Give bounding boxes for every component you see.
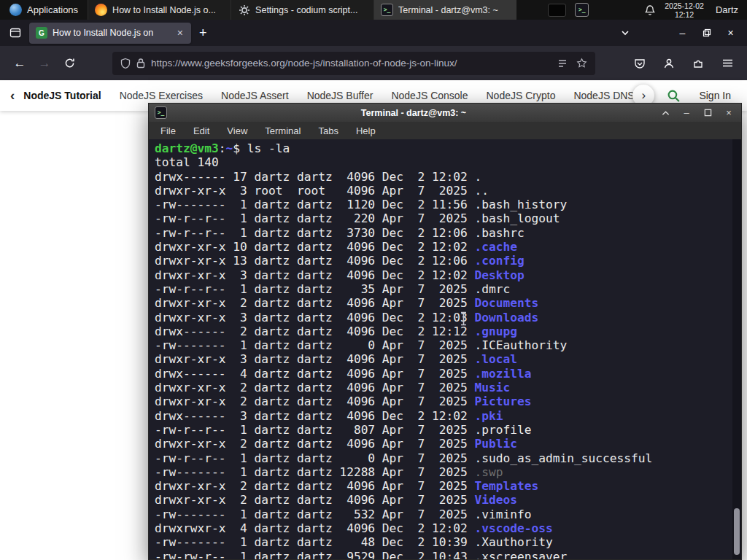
terminal-line: drwx------ 2 dartz dartz 4096 Dec 2 12:1…	[155, 324, 729, 338]
taskbar-item-terminal[interactable]: >_ Terminal - dartz@vm3: ~	[374, 0, 516, 20]
terminal-line: -rw-r--r-- 1 dartz dartz 220 Apr 7 2025 …	[155, 211, 729, 225]
nav-item[interactable]: NodeJS Assert	[221, 90, 289, 101]
notification-bell-icon[interactable]	[644, 4, 656, 16]
file-name: .config	[475, 254, 525, 268]
file-name: .vscode-oss	[475, 521, 553, 535]
url-text[interactable]: https://www.geeksforgeeks.org/node-js/in…	[151, 58, 551, 69]
tab-title: How to Install Node.js on	[53, 28, 171, 38]
terminal-prompt-line: dartz@vm3:~$ ls -la	[155, 141, 729, 155]
file-name: .swp	[475, 465, 503, 479]
file-name: .viminfo	[475, 508, 532, 521]
menu-tabs[interactable]: Tabs	[318, 125, 338, 136]
address-bar[interactable]: https://www.geeksforgeeks.org/node-js/in…	[112, 52, 595, 75]
file-name: .bashrc	[475, 226, 525, 240]
file-meta: drwxr-xr-x 3 dartz dartz 4096 Dec 2 12:0…	[155, 268, 475, 282]
tracking-shield-icon[interactable]	[120, 58, 131, 69]
terminal-line: -rw-r--r-- 1 dartz dartz 35 Apr 7 2025 .…	[155, 282, 729, 296]
terminal-line: drwxr-xr-x 10 dartz dartz 4096 Dec 2 12:…	[155, 240, 729, 254]
session-user-label[interactable]: Dartz	[713, 4, 741, 15]
reload-icon[interactable]	[57, 52, 82, 75]
nav-item[interactable]: NodeJS Console	[391, 90, 468, 101]
menu-help[interactable]: Help	[356, 125, 376, 136]
reader-mode-icon[interactable]	[557, 58, 568, 69]
terminal-shade-icon[interactable]	[660, 107, 670, 119]
nav-item[interactable]: NodeJS Crypto	[487, 90, 556, 101]
file-meta: drwxr-xr-x 2 dartz dartz 4096 Apr 7 2025	[155, 381, 475, 394]
file-meta: -rw------- 1 dartz dartz 532 Apr 7 2025	[155, 508, 475, 521]
file-name: Templates	[475, 479, 539, 493]
file-meta: -rw-r--r-- 1 dartz dartz 35 Apr 7 2025	[155, 282, 475, 296]
menu-hamburger-icon[interactable]	[715, 52, 740, 75]
prompt-user-host: dartz@vm3	[155, 141, 219, 155]
menu-file[interactable]: File	[160, 125, 176, 136]
scrollbar-thumb[interactable]	[734, 508, 740, 555]
new-tab-button[interactable]: +	[191, 26, 215, 41]
forward-icon[interactable]: →	[32, 52, 57, 75]
tab-close-icon[interactable]: ×	[176, 27, 185, 39]
file-meta: -rw------- 1 dartz dartz 1120 Dec 2 11:5…	[155, 198, 475, 211]
window-close-button[interactable]: ×	[719, 23, 743, 43]
file-name: .Xauthority	[475, 535, 553, 549]
file-name: .bash_logout	[475, 211, 560, 225]
terminal-tray-icon[interactable]: >_	[575, 3, 589, 17]
list-tabs-chevron-icon[interactable]	[615, 23, 635, 42]
file-meta: -rw-r--r-- 1 dartz dartz 807 Apr 7 2025	[155, 423, 475, 437]
prompt-colon: :	[219, 141, 226, 155]
terminal-close-button[interactable]: ×	[724, 107, 734, 119]
terminal-line: drwxr-xr-x 2 dartz dartz 4096 Apr 7 2025…	[155, 394, 729, 408]
sign-in-button[interactable]: Sign In	[693, 87, 737, 104]
taskbar-item-browser[interactable]: How to Install Node.js o...	[88, 0, 231, 20]
clock-date: 2025-12-02	[665, 1, 704, 10]
terminal-window-controls: – ×	[660, 107, 735, 119]
back-icon[interactable]: ←	[7, 52, 32, 75]
file-meta: drwxrwxr-x 4 dartz dartz 4096 Dec 2 12:0…	[155, 521, 475, 535]
terminal-maximize-button[interactable]	[703, 107, 713, 119]
terminal-line: drwxrwxr-x 4 dartz dartz 4096 Dec 2 12:0…	[155, 521, 729, 535]
nav-item[interactable]: NodeJS Exercises	[120, 90, 203, 101]
menu-view[interactable]: View	[227, 125, 247, 136]
lock-icon[interactable]	[136, 58, 145, 69]
terminal-line: drwxr-xr-x 13 dartz dartz 4096 Dec 2 12:…	[155, 254, 729, 268]
pocket-icon[interactable]	[627, 52, 652, 75]
firefox-view-icon[interactable]	[4, 23, 26, 43]
menu-edit[interactable]: Edit	[193, 125, 209, 136]
terminal-command: ls -la	[247, 141, 290, 155]
system-panel: Applications How to Install Node.js o...…	[0, 0, 747, 20]
file-name: .sudo_as_admin_successful	[475, 451, 653, 465]
search-icon[interactable]	[667, 89, 681, 103]
file-meta: -rw-r--r-- 1 dartz dartz 3730 Dec 2 12:0…	[155, 226, 475, 240]
clock[interactable]: 2025-12-02 12:12	[665, 1, 704, 19]
terminal-line: -rw------- 1 dartz dartz 48 Dec 2 10:39 …	[155, 535, 729, 549]
browser-tab-active[interactable]: G How to Install Node.js on ×	[29, 23, 191, 44]
site-nav-items: NodeJS TutorialNodeJS ExercisesNodeJS As…	[23, 90, 649, 101]
firefox-icon	[95, 4, 107, 16]
account-icon[interactable]	[657, 52, 681, 75]
bookmark-star-icon[interactable]	[576, 58, 587, 69]
terminal-line: -rw------- 1 dartz dartz 532 Apr 7 2025 …	[155, 508, 729, 521]
nav-item[interactable]: NodeJS Tutorial	[23, 90, 101, 101]
terminal-titlebar[interactable]: >_ Terminal - dartz@vm3: ~ – ×	[149, 104, 741, 122]
terminal-line: drwxr-xr-x 2 dartz dartz 4096 Apr 7 2025…	[155, 493, 729, 507]
terminal-minimize-button[interactable]: –	[681, 107, 692, 119]
applications-menu-button[interactable]: Applications	[0, 0, 88, 20]
nav-item[interactable]: NodeJS DNS	[573, 90, 634, 101]
terminal-line: drwx------ 3 dartz dartz 4096 Dec 2 12:0…	[155, 409, 729, 423]
file-meta: drwxr-xr-x 2 dartz dartz 4096 Apr 7 2025	[155, 394, 475, 408]
window-minimize-button[interactable]: –	[670, 23, 694, 43]
gear-icon	[238, 4, 250, 16]
terminal-body[interactable]: dartz@vm3:~$ ls -latotal 140drwx------ 1…	[149, 139, 741, 559]
file-meta: -rw------- 1 dartz dartz 48 Dec 2 10:39	[155, 535, 475, 549]
browser-tab-bar: G How to Install Node.js on × + – ×	[0, 20, 747, 46]
menu-terminal[interactable]: Terminal	[265, 125, 301, 136]
nav-scroll-left-icon[interactable]: ‹	[10, 88, 15, 104]
applications-label: Applications	[27, 4, 78, 15]
window-restore-button[interactable]	[694, 23, 719, 43]
window-preview-icon[interactable]	[548, 4, 566, 17]
nav-item[interactable]: NodeJS Buffer	[307, 90, 374, 101]
taskbar-item-settings[interactable]: Settings - codium script...	[231, 0, 374, 20]
extensions-icon[interactable]	[686, 52, 711, 75]
terminal-scrollbar[interactable]	[732, 139, 741, 559]
file-name: .local	[475, 352, 517, 366]
terminal-line: drwxr-xr-x 2 dartz dartz 4096 Apr 7 2025…	[155, 437, 729, 451]
file-meta: drwxr-xr-x 2 dartz dartz 4096 Apr 7 2025	[155, 296, 475, 310]
